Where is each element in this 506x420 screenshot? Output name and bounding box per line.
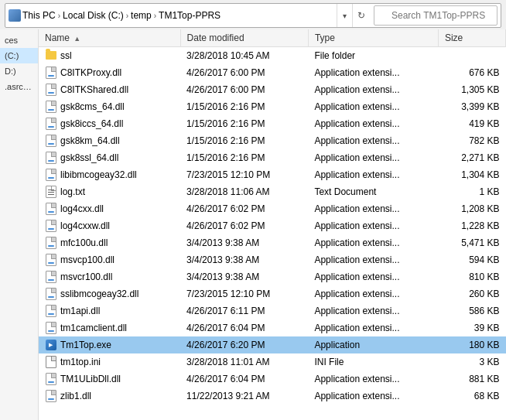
cell-type: Application extensi... — [308, 132, 438, 149]
table-row[interactable]: msvcr100.dll 3/4/2013 9:38 AM Applicatio… — [39, 268, 506, 285]
dll-icon — [46, 254, 56, 266]
sidebar-item-d[interactable]: D:) — [0, 63, 38, 79]
table-row[interactable]: sslibmcogeay32.dll 7/23/2015 12:10 PM Ap… — [39, 285, 506, 302]
dll-icon — [46, 169, 56, 181]
cell-name: log4cxx.dll — [39, 200, 180, 217]
table-row[interactable]: log.txt 3/28/2018 11:06 AM Text Document… — [39, 183, 506, 200]
file-icon — [45, 220, 57, 232]
table-row[interactable]: log4cxxw.dll 4/26/2017 6:02 PM Applicati… — [39, 217, 506, 234]
table-row[interactable]: mfc100u.dll 3/4/2013 9:38 AM Application… — [39, 234, 506, 251]
bc-pc[interactable]: This PC — [9, 9, 56, 22]
col-date[interactable]: Date modified — [180, 29, 308, 47]
file-icon — [45, 305, 57, 317]
file-name: log4cxxw.dll — [60, 220, 110, 231]
cell-type: Application extensi... — [308, 149, 438, 166]
table-row[interactable]: Tm1Top.exe 4/26/2017 6:20 PM Application… — [39, 336, 506, 353]
file-icon — [45, 254, 57, 266]
cell-name: Tm1Top.exe — [39, 336, 180, 353]
dll-icon — [46, 203, 56, 215]
dll-icon — [46, 220, 56, 232]
cell-name: zlib1.dll — [39, 388, 180, 405]
dll-icon — [46, 305, 56, 317]
table-row[interactable]: msvcp100.dll 3/4/2013 9:38 AM Applicatio… — [39, 251, 506, 268]
table-row[interactable]: gsk8km_64.dll 1/15/2016 2:16 PM Applicat… — [39, 132, 506, 149]
table-row[interactable]: tm1top.ini 3/28/2018 11:01 AM INI File 3… — [39, 353, 506, 370]
cell-size: 180 KB — [438, 336, 505, 353]
sidebar-item-c[interactable]: (C:) — [0, 48, 38, 63]
cell-name: gsk8cms_64.dll — [39, 98, 180, 115]
cell-type: Application extensi... — [308, 166, 438, 183]
cell-type: Application extensi... — [308, 268, 438, 285]
cell-size: 39 KB — [438, 319, 505, 336]
cell-name: msvcr100.dll — [39, 268, 180, 285]
cell-name: sslibmcogeay32.dll — [39, 285, 180, 302]
file-icon — [45, 67, 57, 79]
col-type[interactable]: Type — [308, 29, 438, 47]
cell-type: Application extensi... — [308, 302, 438, 319]
cell-date: 1/15/2016 2:16 PM — [180, 115, 308, 132]
table-row[interactable]: gsk8ssl_64.dll 1/15/2016 2:16 PM Applica… — [39, 149, 506, 166]
cell-date: 4/26/2017 6:00 PM — [180, 81, 308, 98]
cell-size: 810 KB — [438, 268, 505, 285]
cell-size: 594 KB — [438, 251, 505, 268]
cell-date: 4/26/2017 6:00 PM — [180, 64, 308, 81]
cell-date: 4/26/2017 6:04 PM — [180, 319, 308, 336]
cell-date: 3/28/2018 10:45 AM — [180, 47, 308, 64]
bc-temp-label: temp — [131, 10, 152, 21]
table-row[interactable]: C8ITKShared.dll 4/26/2017 6:00 PM Applic… — [39, 81, 506, 98]
sidebar-item-asrcfh[interactable]: .asrcfh.lo — [0, 79, 38, 94]
cell-date: 1/15/2016 2:16 PM — [180, 149, 308, 166]
address-dropdown-button[interactable]: ▾ — [337, 4, 352, 27]
cell-type: Application extensi... — [308, 388, 438, 405]
refresh-button[interactable]: ↻ — [352, 4, 369, 27]
table-row[interactable]: zlib1.dll 11/22/2013 9:21 AM Application… — [39, 388, 506, 405]
cell-size: 3,399 KB — [438, 98, 505, 115]
file-name: sslibmcogeay32.dll — [60, 289, 138, 299]
bc-arrow-1: › — [58, 12, 60, 20]
search-wrapper: 🔍 — [369, 5, 497, 26]
table-row[interactable]: tm1api.dll 4/26/2017 6:11 PM Application… — [39, 302, 506, 319]
table-row[interactable]: C8ITKProxy.dll 4/26/2017 6:00 PM Applica… — [39, 64, 506, 81]
dll-icon — [46, 237, 56, 249]
table-row[interactable]: gsk8cms_64.dll 1/15/2016 2:16 PM Applica… — [39, 98, 506, 115]
file-name: tm1camclient.dll — [60, 323, 127, 333]
cell-date: 3/28/2018 11:01 AM — [180, 353, 308, 370]
file-name: msvcr100.dll — [60, 271, 112, 282]
cell-name: libibmcogeay32.dll — [39, 166, 180, 183]
table-row[interactable]: ssl 3/28/2018 10:45 AM File folder — [39, 47, 506, 64]
file-icon — [45, 84, 57, 96]
file-icon — [45, 118, 57, 130]
search-input[interactable] — [374, 5, 497, 26]
file-name: tm1top.ini — [60, 357, 101, 367]
cell-size: 5,471 KB — [438, 234, 505, 251]
cell-date: 3/4/2013 9:38 AM — [180, 234, 308, 251]
bc-pc-label: This PC — [22, 10, 56, 21]
cell-size: 782 KB — [438, 132, 505, 149]
address-bar[interactable]: This PC › Local Disk (C:) › temp › TM1To… — [5, 3, 501, 28]
cell-size: 3 KB — [438, 353, 505, 370]
file-name: mfc100u.dll — [60, 237, 108, 248]
bc-folder-label: TM1Top-PPRS — [159, 10, 221, 21]
table-row[interactable]: TM1ULibDll.dll 4/26/2017 6:04 PM Applica… — [39, 370, 506, 388]
file-name: gsk8cms_64.dll — [60, 101, 125, 112]
table-row[interactable]: log4cxx.dll 4/26/2017 6:02 PM Applicatio… — [39, 200, 506, 217]
col-size[interactable]: Size — [438, 29, 505, 47]
pc-icon — [9, 9, 21, 22]
cell-type: File folder — [308, 47, 438, 64]
col-name[interactable]: Name ▲ — [39, 29, 180, 47]
file-name: ssl — [60, 50, 72, 61]
table-row[interactable]: libibmcogeay32.dll 7/23/2015 12:10 PM Ap… — [39, 166, 506, 183]
sort-arrow-name: ▲ — [74, 35, 80, 43]
bc-temp[interactable]: temp — [131, 10, 152, 21]
table-row[interactable]: tm1camclient.dll 4/26/2017 6:04 PM Appli… — [39, 319, 506, 336]
bc-drive[interactable]: Local Disk (C:) — [63, 10, 124, 21]
sidebar-item-ces[interactable]: ces — [0, 32, 38, 48]
file-icon — [45, 373, 57, 385]
bc-folder[interactable]: TM1Top-PPRS — [159, 10, 221, 21]
cell-size — [438, 47, 505, 64]
cell-type: Application extensi... — [308, 115, 438, 132]
cell-size: 2,271 KB — [438, 149, 505, 166]
cell-size: 586 KB — [438, 302, 505, 319]
table-row[interactable]: gsk8iccs_64.dll 1/15/2016 2:16 PM Applic… — [39, 115, 506, 132]
file-icon — [45, 322, 57, 334]
